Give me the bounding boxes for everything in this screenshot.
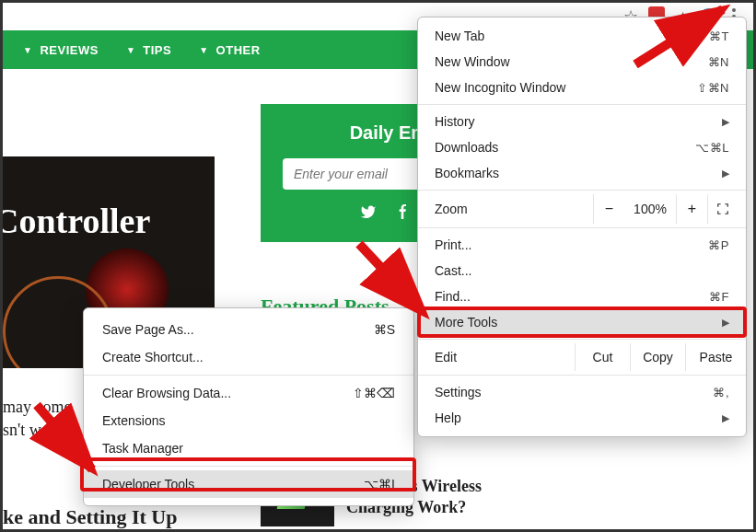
- menu-history[interactable]: History ▶: [418, 109, 746, 134]
- menu-separator: [418, 227, 746, 228]
- annotation-arrow: [626, 0, 755, 74]
- chevron-right-icon: ▶: [722, 412, 729, 424]
- menu-more-tools[interactable]: More Tools ▶: [418, 309, 746, 335]
- menu-task-manager[interactable]: Task Manager: [84, 434, 413, 462]
- menu-separator: [418, 190, 746, 191]
- nav-other[interactable]: ▼OTHER: [199, 43, 260, 57]
- chevron-down-icon: ▼: [126, 45, 135, 55]
- hero-title: Controller: [3, 201, 150, 241]
- svg-line-1: [359, 244, 424, 313]
- menu-cast[interactable]: Cast...: [418, 258, 746, 283]
- zoom-level: 100%: [624, 202, 676, 216]
- chevron-down-icon: ▼: [199, 45, 208, 55]
- twitter-icon[interactable]: [360, 204, 377, 226]
- edit-cut[interactable]: Cut: [575, 343, 630, 371]
- nav-reviews[interactable]: ▼REVIEWS: [23, 43, 99, 57]
- menu-developer-tools[interactable]: Developer Tools ⌥⌘I: [84, 470, 413, 498]
- menu-new-incognito[interactable]: New Incognito Window ⇧⌘N: [418, 75, 746, 100]
- chevron-right-icon: ▶: [722, 168, 729, 179]
- chevron-right-icon: ▶: [722, 116, 729, 128]
- svg-line-0: [635, 9, 723, 64]
- menu-extensions[interactable]: Extensions: [84, 407, 413, 434]
- more-tools-submenu: Save Page As... ⌘S Create Shortcut... Cl…: [83, 307, 414, 506]
- facebook-icon[interactable]: [395, 204, 410, 226]
- menu-separator: [418, 375, 746, 376]
- menu-create-shortcut[interactable]: Create Shortcut...: [84, 343, 413, 371]
- menu-separator: [418, 339, 746, 340]
- nav-tips[interactable]: ▼TIPS: [126, 43, 171, 57]
- edit-copy[interactable]: Copy: [630, 343, 685, 371]
- menu-separator: [84, 466, 413, 467]
- menu-help[interactable]: Help ▶: [418, 405, 746, 431]
- menu-bookmarks[interactable]: Bookmarks ▶: [418, 160, 746, 186]
- menu-clear-browsing-data[interactable]: Clear Browsing Data... ⇧⌘⌫: [84, 379, 413, 407]
- menu-separator: [418, 104, 746, 105]
- article-title-partial: ke and Setting It Up: [3, 505, 242, 529]
- annotation-arrow: [18, 396, 120, 497]
- chrome-main-menu: New Tab ⌘T New Window ⌘N New Incognito W…: [417, 17, 747, 437]
- menu-separator: [84, 375, 413, 376]
- chevron-right-icon: ▶: [722, 317, 729, 329]
- menu-find[interactable]: Find... ⌘F: [418, 283, 746, 309]
- menu-zoom: Zoom − 100% +: [418, 194, 746, 224]
- menu-edit: Edit Cut Copy Paste: [418, 343, 746, 371]
- edit-paste[interactable]: Paste: [685, 343, 746, 371]
- annotation-arrow: [350, 235, 460, 336]
- chevron-down-icon: ▼: [23, 45, 32, 55]
- zoom-out-button[interactable]: −: [593, 194, 624, 224]
- menu-print[interactable]: Print... ⌘P: [418, 232, 746, 258]
- menu-settings[interactable]: Settings ⌘,: [418, 379, 746, 405]
- fullscreen-button[interactable]: [707, 194, 737, 224]
- menu-downloads[interactable]: Downloads ⌥⌘L: [418, 134, 746, 160]
- svg-line-2: [37, 405, 92, 469]
- zoom-in-button[interactable]: +: [676, 194, 707, 224]
